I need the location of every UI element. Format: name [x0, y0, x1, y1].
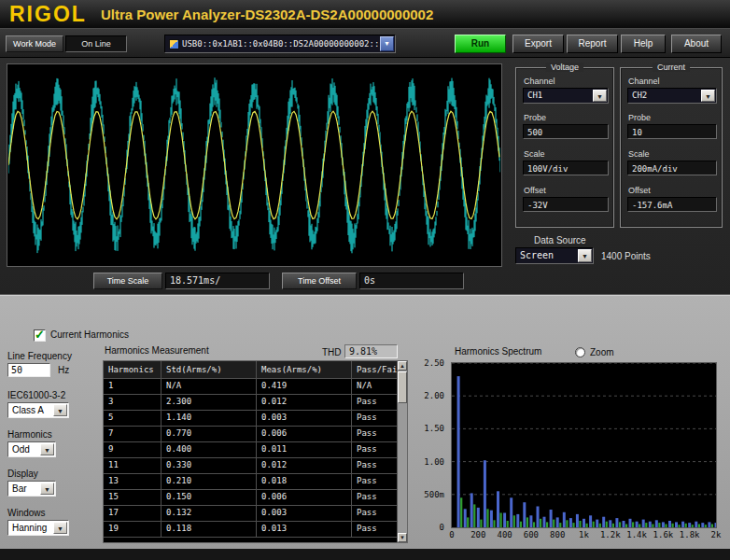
harmonics-type-select[interactable]: Odd ▼: [7, 441, 56, 457]
voltage-panel-title: Voltage: [546, 63, 583, 72]
table-row[interactable]: 110.3300.012Pass: [104, 458, 407, 474]
table-cell: 15: [104, 490, 161, 506]
zoom-label: Zoom: [590, 347, 614, 357]
voltage-offset-value[interactable]: -32V: [523, 197, 609, 212]
table-row[interactable]: 32.3000.012Pass: [104, 395, 407, 411]
time-scale-value[interactable]: 18.571ms/: [165, 273, 270, 289]
table-row[interactable]: 70.7700.006Pass: [104, 427, 407, 442]
table-cell: Pass: [352, 506, 399, 522]
thd-label: THD: [322, 347, 342, 357]
time-offset-value[interactable]: 0s: [359, 273, 464, 289]
zoom-radio[interactable]: [575, 347, 585, 357]
table-cell: Pass: [352, 427, 399, 442]
table-cell: 11: [104, 458, 161, 474]
app-window: RIGOL Ultra Power Analyzer-DS2302A-DS2A0…: [0, 0, 730, 560]
table-cell: Pass: [352, 458, 399, 474]
voltage-probe-value[interactable]: 500: [523, 124, 609, 139]
x-tick-label: 1.2k: [600, 530, 621, 539]
data-source-value: Screen: [520, 250, 576, 260]
current-scale-value[interactable]: 200mA/div: [627, 161, 717, 175]
x-tick-label: 1.6k: [653, 530, 674, 539]
chevron-down-icon[interactable]: ▼: [53, 522, 67, 534]
table-cell: 7: [104, 427, 161, 442]
current-panel-title: Current: [653, 63, 690, 72]
export-button[interactable]: Export: [512, 35, 564, 53]
table-row[interactable]: 90.4000.011Pass: [104, 442, 407, 458]
chevron-down-icon[interactable]: ▼: [578, 249, 592, 262]
scrollbar-thumb[interactable]: [398, 371, 407, 403]
table-header-cell: Std(Arms/%): [161, 361, 257, 379]
current-harmonics-checkbox[interactable]: ✓: [34, 329, 46, 342]
table-row[interactable]: 170.1320.003Pass: [104, 506, 407, 522]
table-cell: Pass: [352, 490, 399, 506]
footer-bar: [0, 549, 730, 560]
report-button[interactable]: Report: [567, 35, 618, 53]
spectrum-x-axis: 02004006008001k1.2k1.4k1.6k1.8k2k: [452, 530, 716, 541]
table-cell: 0.003: [257, 506, 352, 522]
toolbar: Work Mode On Line USB0::0x1AB1::0x04B0::…: [0, 28, 730, 58]
table-cell: 0.150: [161, 490, 257, 506]
table-cell: 2.300: [161, 395, 257, 411]
device-icon: [169, 39, 179, 49]
work-mode-label: Work Mode: [6, 35, 63, 52]
x-tick-label: 1k: [579, 530, 589, 539]
titlebar: RIGOL Ultra Power Analyzer-DS2302A-DS2A0…: [0, 0, 730, 28]
scrollbar-up-icon[interactable]: ▲: [398, 361, 407, 371]
current-offset-label: Offset: [628, 186, 651, 195]
chevron-down-icon[interactable]: ▼: [40, 483, 54, 495]
chevron-down-icon[interactable]: ▼: [593, 90, 607, 102]
y-tick-label: 500m: [424, 490, 444, 499]
thd-value: 9.81%: [344, 344, 398, 358]
current-scale-label: Scale: [628, 149, 650, 159]
data-source-select[interactable]: Screen ▼: [515, 247, 594, 264]
display-select[interactable]: Bar ▼: [7, 481, 56, 497]
table-cell: 1: [104, 379, 161, 395]
table-cell: 17: [104, 506, 161, 522]
rigol-logo: RIGOL: [9, 2, 87, 27]
table-row[interactable]: 1N/A0.419N/A: [104, 379, 407, 395]
voltage-scale-value[interactable]: 100V/div: [523, 161, 609, 175]
voltage-channel-value: CH1: [527, 91, 591, 100]
table-header-cell: Harmonics: [104, 361, 161, 379]
data-source-label: Data Source: [534, 235, 586, 245]
table-cell: 0.003: [257, 411, 352, 427]
run-button[interactable]: Run: [455, 35, 506, 53]
current-offset-value[interactable]: -157.6mA: [627, 197, 717, 212]
table-row[interactable]: 190.1180.013Pass: [104, 522, 407, 538]
about-button[interactable]: About: [671, 35, 722, 53]
table-scrollbar[interactable]: ▲ ▼: [397, 361, 407, 542]
table-cell: 0.419: [257, 379, 352, 395]
voltage-panel: Voltage Channel CH1 ▼ Probe 500 Scale 10…: [515, 67, 614, 228]
windows-select[interactable]: Hanning ▼: [7, 520, 69, 536]
table-cell: 0.118: [161, 522, 257, 538]
display-label: Display: [7, 469, 38, 479]
voltage-channel-select[interactable]: CH1 ▼: [523, 88, 609, 104]
voltage-scale-label: Scale: [524, 149, 545, 159]
table-row[interactable]: 150.1500.006Pass: [104, 490, 407, 506]
current-harmonics-label: Current Harmonics: [50, 329, 129, 340]
current-channel-select[interactable]: CH2 ▼: [627, 88, 717, 104]
current-channel-value: CH2: [632, 91, 699, 100]
windows-label: Windows: [7, 508, 46, 518]
y-tick-label: 1.50: [424, 424, 444, 433]
voltage-probe-label: Probe: [524, 113, 546, 122]
scrollbar-down-icon[interactable]: ▼: [398, 533, 407, 542]
work-mode-value: On Line: [65, 35, 127, 52]
x-tick-label: 400: [497, 530, 512, 539]
chevron-down-icon[interactable]: ▼: [40, 443, 54, 455]
table-header-cell: Pass/Fail: [352, 361, 399, 379]
chevron-down-icon[interactable]: ▼: [53, 404, 67, 416]
iec-class-select[interactable]: Class A ▼: [7, 402, 69, 418]
table-cell: 13: [104, 474, 161, 490]
table-row[interactable]: 130.2100.018Pass: [104, 474, 407, 490]
table-cell: 0.210: [161, 474, 257, 490]
chevron-down-icon[interactable]: ▼: [380, 36, 394, 51]
y-tick-label: 1.00: [424, 457, 444, 467]
table-row[interactable]: 51.1400.003Pass: [104, 411, 407, 427]
help-button[interactable]: Help: [621, 35, 666, 53]
device-selector[interactable]: USB0::0x1AB1::0x04B0::DS2A00000000002:: …: [164, 35, 396, 53]
line-frequency-input[interactable]: 50: [7, 363, 50, 377]
current-probe-value[interactable]: 10: [627, 124, 717, 139]
x-tick-label: 2k: [711, 530, 722, 539]
chevron-down-icon[interactable]: ▼: [701, 90, 715, 102]
